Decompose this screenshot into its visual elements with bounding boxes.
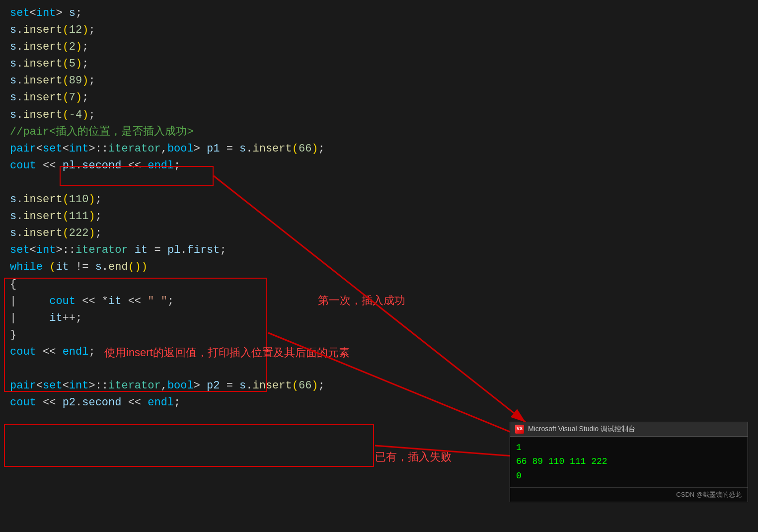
highlight-box-while-block — [4, 278, 267, 392]
csdn-attribution: CSDN @戴墨镜的恐龙 — [676, 491, 742, 498]
code-line-8: //pair<插入的位置，是否插入成功> — [10, 124, 748, 141]
console-body: 1 66 89 110 111 222 0 — [510, 437, 748, 487]
annotation-insert-hint: 使用insert的返回值，打印插入位置及其后面的元素 — [104, 345, 350, 360]
code-line-5: s.insert(89); — [10, 73, 748, 89]
highlight-box-p2-block — [4, 424, 374, 467]
code-line-1: set<int> s; — [10, 5, 748, 22]
code-line-13: s.insert(111); — [10, 208, 748, 225]
code-line-24: cout << p2.second << endl; — [10, 394, 748, 411]
code-line-14: s.insert(222); — [10, 225, 748, 242]
code-line-7: s.insert(-4); — [10, 107, 748, 124]
code-line-3: s.insert(2); — [10, 39, 748, 56]
code-line-2: s.insert(12); — [10, 22, 748, 39]
annotation-first-insert: 第一次，插入成功 — [318, 293, 405, 308]
code-line-9: pair<set<int>::iterator,bool> p1 = s.ins… — [10, 141, 748, 157]
vs-icon: VS — [515, 425, 524, 434]
annotation-second-insert: 已有，插入失败 — [375, 450, 452, 464]
console-window: VS Microsoft Visual Studio 调试控制台 1 66 89… — [510, 422, 748, 502]
console-output-1: 1 — [516, 441, 742, 455]
code-line-16: while (it != s.end()) — [10, 259, 748, 276]
code-line-6: s.insert(7); — [10, 89, 748, 106]
console-output-3: 0 — [516, 469, 742, 483]
console-titlebar: VS Microsoft Visual Studio 调试控制台 — [510, 422, 748, 437]
highlight-box-line10 — [60, 166, 214, 186]
console-output-2: 66 89 110 111 222 — [516, 455, 742, 469]
code-line-15: set<int>::iterator it = pl.first; — [10, 242, 748, 259]
console-title: Microsoft Visual Studio 调试控制台 — [528, 425, 635, 434]
code-line-12: s.insert(110); — [10, 191, 748, 208]
code-line-4: s.insert(5); — [10, 56, 748, 73]
console-footer: CSDN @戴墨镜的恐龙 — [510, 487, 748, 502]
